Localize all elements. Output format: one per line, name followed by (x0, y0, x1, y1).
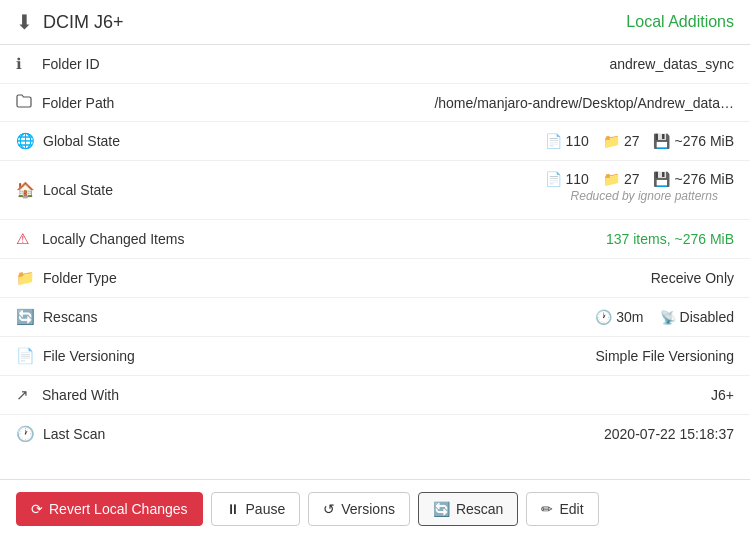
file-versioning-row: 📄 File Versioning Simple File Versioning (0, 337, 750, 376)
folder-type-icon: 📁 (16, 269, 35, 287)
folder-type-label: 📁 Folder Type (16, 269, 236, 287)
file-versioning-label: 📄 File Versioning (16, 347, 236, 365)
folder-path-row: Folder Path /home/manjaro-andrew/Desktop… (0, 84, 750, 122)
folder-path-value: /home/manjaro-andrew/Desktop/Andrew_data… (324, 84, 750, 122)
folder-type-value: Receive Only (324, 259, 750, 298)
global-size: 💾 ~276 MiB (653, 133, 734, 149)
globe-icon: 🌐 (16, 132, 35, 150)
local-size: 💾 ~276 MiB (653, 171, 734, 187)
folder-id-label: ℹ Folder ID (16, 55, 236, 73)
folder-name: DCIM J6+ (43, 12, 124, 33)
info-icon: ℹ (16, 55, 34, 73)
rescans-row: 🔄 Rescans 🕐 30m 📡 Disabled (0, 298, 750, 337)
global-files: 📄 110 (545, 133, 589, 149)
rescan-icon: 🔄 (16, 308, 35, 326)
share-icon: ↗ (16, 386, 34, 404)
folder-icon: 📁 (603, 133, 620, 149)
global-stats: 📄 110 📁 27 💾 ~276 MiB (340, 133, 734, 149)
local-additions-badge: Local Additions (626, 13, 734, 31)
local-files: 📄 110 (545, 171, 589, 187)
revert-icon: ⟳ (31, 501, 43, 517)
local-folders: 📁 27 (603, 171, 640, 187)
last-scan-value: 2020-07-22 15:18:37 (324, 415, 750, 454)
rescan-btn-icon: 🔄 (433, 501, 450, 517)
clock-icon: 🕐 (595, 309, 612, 325)
warning-icon: ⚠ (16, 230, 34, 248)
rescan-time: 🕐 30m (595, 309, 643, 325)
home-icon: 🏠 (16, 181, 35, 199)
header: ⬇ DCIM J6+ Local Additions (0, 0, 750, 45)
shared-with-value: J6+ (324, 376, 750, 415)
download-icon: ⬇ (16, 10, 33, 34)
versioning-icon: 📄 (16, 347, 35, 365)
local-stats: 📄 110 📁 27 💾 ~276 MiB (340, 171, 734, 187)
last-scan-row: 🕐 Last Scan 2020-07-22 15:18:37 (0, 415, 750, 454)
local-state-row: 🏠 Local State 📄 110 📁 27 (0, 161, 750, 220)
global-state-value: 📄 110 📁 27 💾 ~276 MiB (324, 122, 750, 161)
reduced-note: Reduced by ignore patterns (340, 187, 734, 209)
locally-changed-row: ⚠ Locally Changed Items 137 items, ~276 … (0, 220, 750, 259)
shared-with-row: ↗ Shared With J6+ (0, 376, 750, 415)
info-table: ℹ Folder ID andrew_datas_sync Fol (0, 45, 750, 453)
global-folders: 📁 27 (603, 133, 640, 149)
folder-id-value: andrew_datas_sync (324, 45, 750, 84)
locally-changed-value[interactable]: 137 items, ~276 MiB (324, 220, 750, 259)
locally-changed-label: ⚠ Locally Changed Items (16, 230, 236, 248)
watcher-icon: 📡 (660, 310, 676, 325)
main-container: ⬇ DCIM J6+ Local Additions ℹ Folder ID a… (0, 0, 750, 538)
rescan-button[interactable]: 🔄 Rescan (418, 492, 518, 526)
versions-icon: ↺ (323, 501, 335, 517)
rescans-details: 🕐 30m 📡 Disabled (340, 309, 734, 325)
revert-button[interactable]: ⟳ Revert Local Changes (16, 492, 203, 526)
folder-icon-local: 📁 (603, 171, 620, 187)
versions-button[interactable]: ↺ Versions (308, 492, 410, 526)
file-icon: 📄 (545, 133, 562, 149)
edit-icon: ✏ (541, 501, 553, 517)
rescans-label: 🔄 Rescans (16, 308, 236, 326)
local-state-label: 🏠 Local State (16, 181, 236, 199)
folder-type-row: 📁 Folder Type Receive Only (0, 259, 750, 298)
rescan-watcher: 📡 Disabled (660, 309, 734, 325)
disk-icon: 💾 (653, 133, 670, 149)
rescans-value: 🕐 30m 📡 Disabled (324, 298, 750, 337)
file-icon-local: 📄 (545, 171, 562, 187)
shared-with-label: ↗ Shared With (16, 386, 236, 404)
global-state-row: 🌐 Global State 📄 110 📁 27 (0, 122, 750, 161)
global-state-label: 🌐 Global State (16, 132, 236, 150)
folder-open-icon (16, 94, 34, 111)
folder-id-row: ℹ Folder ID andrew_datas_sync (0, 45, 750, 84)
scan-clock-icon: 🕐 (16, 425, 35, 443)
edit-button[interactable]: ✏ Edit (526, 492, 598, 526)
folder-path-label: Folder Path (16, 94, 236, 111)
pause-icon: ⏸ (226, 501, 240, 517)
footer: ⟳ Revert Local Changes ⏸ Pause ↺ Version… (0, 479, 750, 538)
header-left: ⬇ DCIM J6+ (16, 10, 124, 34)
last-scan-label: 🕐 Last Scan (16, 425, 236, 443)
disk-icon-local: 💾 (653, 171, 670, 187)
file-versioning-value: Simple File Versioning (324, 337, 750, 376)
pause-button[interactable]: ⏸ Pause (211, 492, 301, 526)
local-state-cell: 📄 110 📁 27 💾 ~276 MiB Reduced by ignore … (324, 161, 750, 220)
